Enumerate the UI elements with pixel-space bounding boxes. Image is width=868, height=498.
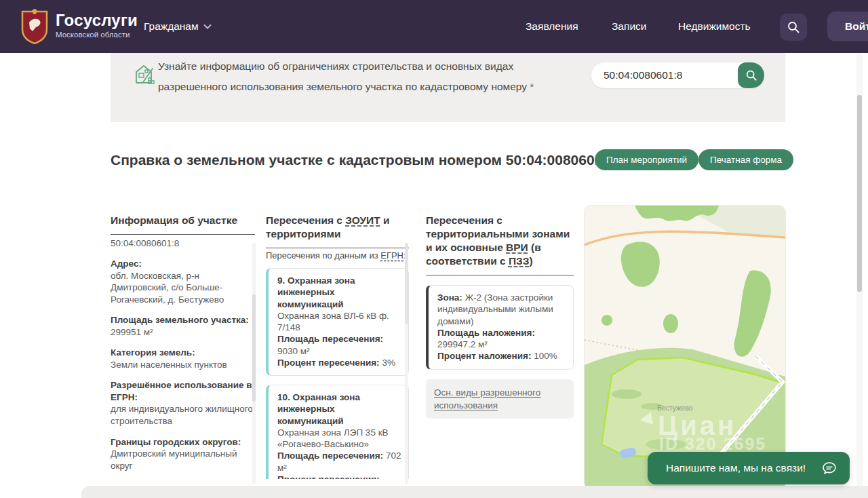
zouit-card-9: 9. Охранная зона инженерных коммуникаций…: [266, 268, 409, 376]
parcel-info-column: Информация об участке 50:04:0080601:8 Ад…: [111, 214, 255, 484]
zouit-card-10: 10. Охранная зона инженерных коммуникаци…: [266, 385, 409, 479]
banner-line1: Узнайте информацию об ограничениях строи…: [158, 56, 534, 77]
chevron-down-icon: [203, 24, 212, 29]
page-scrollbar-thumb[interactable]: [857, 95, 862, 292]
zone-card: Зона: Ж-2 (Зона застройки индивидуальным…: [426, 285, 574, 370]
nav-item-realestate[interactable]: Недвижимость: [678, 20, 751, 33]
permitted-use-link-box: Осн. виды разрешенного использования: [426, 379, 574, 419]
parcel-info-heading: Информация об участке: [111, 214, 255, 235]
search-icon: [745, 69, 757, 81]
info-field-permitted-use: Разрешённое использование в ЕГРН: для ин…: [111, 379, 255, 427]
login-button[interactable]: Войти: [827, 12, 868, 41]
nav-citizens-label: Гражданам: [144, 20, 199, 33]
info-field-area: Площадь земельного участка: 299951 м²: [111, 314, 255, 338]
map-watermark-id: ID 320 2695: [659, 434, 766, 453]
chat-widget-button[interactable]: Напишите нам, мы на связи!: [648, 452, 850, 484]
zouit-heading: Пересечения с ЗОУИТ и территориями: [266, 214, 409, 248]
zouit-term-link[interactable]: ЗОУИТ: [345, 214, 380, 226]
permitted-use-types-link[interactable]: Осн. виды разрешенного использования: [434, 387, 540, 410]
plan-meropriyatiy-button[interactable]: План мероприятий: [595, 149, 698, 170]
banner-line2: разрешенного использования земельного уч…: [158, 77, 534, 97]
brand-subtitle: Московской области: [56, 31, 138, 39]
info-field-category: Категория земель: Земли населенных пункт…: [111, 347, 255, 370]
cadastral-number-value: 50:04:0080601:8: [111, 238, 255, 248]
page-title: Справка о земельном участке с кадастровы…: [111, 152, 615, 168]
chat-label: Напишите нам, мы на связи!: [648, 462, 806, 474]
nav-citizens-menu[interactable]: Гражданам: [144, 20, 212, 33]
parcel-map[interactable]: Бестужево Циан ID 320 2695: [585, 206, 785, 489]
info-column-scrollbar-thumb[interactable]: [252, 294, 256, 402]
egrn-term-link[interactable]: ЕГРН: [380, 250, 403, 261]
nav-item-records[interactable]: Записи: [612, 20, 646, 33]
cadastral-search-button[interactable]: [738, 62, 764, 88]
zouit-column: Пересечения с ЗОУИТ и территориями Перес…: [266, 214, 409, 484]
chat-bubble-icon: [821, 460, 837, 476]
map-canvas: Бестужево Циан ID 320 2695: [585, 206, 785, 489]
pzz-term-link[interactable]: ПЗЗ: [509, 255, 530, 267]
nav-item-applications[interactable]: Заявления: [526, 20, 578, 33]
info-field-address: Адрес: обл. Московская, р-н Дмитровский,…: [111, 258, 255, 305]
info-field-district: Границы городских округов: Дмитровский м…: [111, 436, 255, 472]
house-calculator-icon: [132, 62, 158, 88]
print-form-button[interactable]: Печатная форма: [698, 149, 793, 170]
brand-logo[interactable]: Госуслуги Московской области: [56, 11, 138, 39]
territorial-zones-column: Пересечения с территориальными зонами и …: [426, 214, 574, 484]
banner-description: Узнайте информацию об ограничениях строи…: [158, 56, 534, 97]
moscow-region-emblem-icon: [20, 9, 49, 44]
vri-term-link[interactable]: ВРИ: [506, 242, 528, 253]
top-header: Госуслуги Московской области Гражданам З…: [0, 0, 868, 53]
zouit-column-scrollbar-thumb[interactable]: [405, 243, 408, 324]
cadastral-search-banner: Узнайте информацию об ограничениях строи…: [111, 53, 785, 122]
brand-title: Госуслуги: [56, 11, 138, 30]
footer-strip: [81, 486, 868, 498]
cadastral-search-field: [591, 62, 764, 88]
required-asterisk: *: [530, 81, 534, 92]
parcel-info-scroll-area[interactable]: 50:04:0080601:8 Адрес: обл. Московская, …: [111, 235, 255, 475]
zouit-scroll-area[interactable]: Пересечения по данным из ЕГРН: 9. Охранн…: [266, 248, 409, 479]
header-search-button[interactable]: [780, 14, 807, 41]
search-icon: [787, 20, 800, 34]
zouit-subheading: Пересечения по данным из ЕГРН:: [266, 250, 409, 261]
zones-heading: Пересечения с территориальными зонами и …: [426, 214, 574, 275]
